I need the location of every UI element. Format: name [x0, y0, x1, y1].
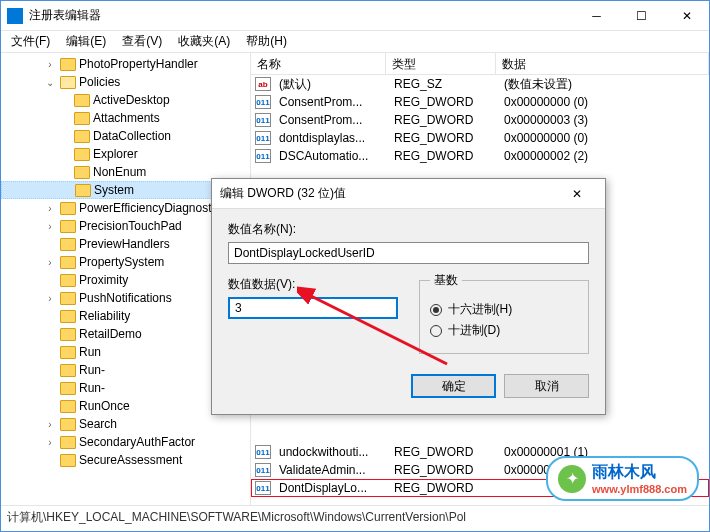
dword-value-icon: 011	[255, 463, 271, 477]
menu-help[interactable]: 帮助(H)	[240, 31, 293, 52]
folder-icon	[60, 292, 76, 305]
tree-label: PowerEfficiencyDiagnostics	[79, 201, 226, 215]
radio-dec-label: 十进制(D)	[448, 322, 501, 339]
value-data: 0x00000002 (2)	[498, 149, 709, 163]
folder-icon	[60, 202, 76, 215]
folder-icon	[60, 400, 76, 413]
tree-item[interactable]: ⌄Policies	[1, 73, 250, 91]
tree-item[interactable]: ›Search	[1, 415, 250, 433]
value-type: REG_DWORD	[388, 113, 498, 127]
menu-view[interactable]: 查看(V)	[116, 31, 168, 52]
tree-label: NonEnum	[93, 165, 146, 179]
chevron-right-icon[interactable]: ›	[43, 257, 57, 268]
tree-label: SecondaryAuthFactor	[79, 435, 195, 449]
list-header: 名称 类型 数据	[251, 53, 709, 75]
window-title: 注册表编辑器	[29, 7, 574, 24]
radio-hex[interactable]	[430, 304, 442, 316]
value-name: (默认)	[273, 76, 388, 93]
tree-label: System	[94, 183, 134, 197]
list-row[interactable]: 011ConsentProm...REG_DWORD0x00000003 (3)	[251, 111, 709, 129]
tree-item[interactable]: ActiveDesktop	[1, 91, 250, 109]
tree-label: Run-	[79, 381, 105, 395]
folder-icon	[75, 184, 91, 197]
list-row[interactable]: 011ConsentProm...REG_DWORD0x00000000 (0)	[251, 93, 709, 111]
list-row[interactable]: ab(默认)REG_SZ(数值未设置)	[251, 75, 709, 93]
value-data: 0x00000000 (0)	[498, 131, 709, 145]
close-button[interactable]: ✕	[664, 1, 709, 30]
tree-label: Run	[79, 345, 101, 359]
value-name: ConsentProm...	[273, 113, 388, 127]
value-type: REG_DWORD	[388, 463, 498, 477]
tree-label: SecureAssessment	[79, 453, 182, 467]
base-legend: 基数	[430, 272, 462, 289]
tree-item[interactable]: ›PhotoPropertyHandler	[1, 55, 250, 73]
tree-label: PrecisionTouchPad	[79, 219, 182, 233]
dword-value-icon: 011	[255, 481, 271, 495]
chevron-right-icon[interactable]: ›	[43, 437, 57, 448]
folder-icon	[74, 166, 90, 179]
value-name-label: 数值名称(N):	[228, 221, 589, 238]
list-row[interactable]: 011dontdisplaylas...REG_DWORD0x00000000 …	[251, 129, 709, 147]
folder-icon	[60, 454, 76, 467]
folder-icon	[60, 220, 76, 233]
value-name: undockwithouti...	[273, 445, 388, 459]
tree-item[interactable]: DataCollection	[1, 127, 250, 145]
column-type[interactable]: 类型	[386, 53, 496, 74]
value-data-input[interactable]	[228, 297, 398, 319]
chevron-right-icon[interactable]: ›	[43, 419, 57, 430]
watermark-url: www.ylmf888.com	[592, 483, 687, 495]
column-name[interactable]: 名称	[251, 53, 386, 74]
menu-file[interactable]: 文件(F)	[5, 31, 56, 52]
dialog-close-button[interactable]: ✕	[557, 187, 597, 201]
tree-label: RunOnce	[79, 399, 130, 413]
chevron-right-icon[interactable]: ›	[43, 203, 57, 214]
tree-item[interactable]: Attachments	[1, 109, 250, 127]
folder-icon	[60, 256, 76, 269]
titlebar: 注册表编辑器 ─ ☐ ✕	[1, 1, 709, 31]
string-value-icon: ab	[255, 77, 271, 91]
dword-value-icon: 011	[255, 131, 271, 145]
dword-value-icon: 011	[255, 95, 271, 109]
menu-edit[interactable]: 编辑(E)	[60, 31, 112, 52]
value-type: REG_SZ	[388, 77, 498, 91]
folder-icon	[60, 436, 76, 449]
value-data: (数值未设置)	[498, 76, 709, 93]
minimize-button[interactable]: ─	[574, 1, 619, 30]
radio-dec[interactable]	[430, 325, 442, 337]
ok-button[interactable]: 确定	[411, 374, 496, 398]
folder-icon	[74, 112, 90, 125]
chevron-right-icon[interactable]: ›	[43, 59, 57, 70]
tree-label: PropertySystem	[79, 255, 164, 269]
chevron-right-icon[interactable]: ›	[43, 221, 57, 232]
tree-item[interactable]: SecureAssessment	[1, 451, 250, 469]
value-data-label: 数值数据(V):	[228, 276, 399, 293]
value-data: 0x00000000 (0)	[498, 95, 709, 109]
folder-icon	[60, 274, 76, 287]
value-type: REG_DWORD	[388, 149, 498, 163]
folder-icon	[60, 328, 76, 341]
folder-icon	[60, 364, 76, 377]
app-icon	[7, 8, 23, 24]
watermark: ✦ 雨林木风 www.ylmf888.com	[546, 456, 699, 501]
radio-dec-row[interactable]: 十进制(D)	[430, 322, 579, 339]
chevron-down-icon[interactable]: ⌄	[43, 77, 57, 88]
value-name: ConsentProm...	[273, 95, 388, 109]
value-name-input[interactable]	[228, 242, 589, 264]
list-row[interactable]: 011DSCAutomatio...REG_DWORD0x00000002 (2…	[251, 147, 709, 165]
radio-hex-row[interactable]: 十六进制(H)	[430, 301, 579, 318]
folder-icon	[60, 418, 76, 431]
maximize-button[interactable]: ☐	[619, 1, 664, 30]
tree-item[interactable]: Explorer	[1, 145, 250, 163]
value-name: DSCAutomatio...	[273, 149, 388, 163]
column-data[interactable]: 数据	[496, 53, 709, 74]
folder-icon	[60, 310, 76, 323]
watermark-icon: ✦	[558, 465, 586, 493]
radio-hex-label: 十六进制(H)	[448, 301, 513, 318]
cancel-button[interactable]: 取消	[504, 374, 589, 398]
chevron-right-icon[interactable]: ›	[43, 293, 57, 304]
dword-value-icon: 011	[255, 113, 271, 127]
tree-label: PhotoPropertyHandler	[79, 57, 198, 71]
menu-favorites[interactable]: 收藏夹(A)	[172, 31, 236, 52]
tree-item[interactable]: ›SecondaryAuthFactor	[1, 433, 250, 451]
value-type: REG_DWORD	[388, 481, 498, 495]
